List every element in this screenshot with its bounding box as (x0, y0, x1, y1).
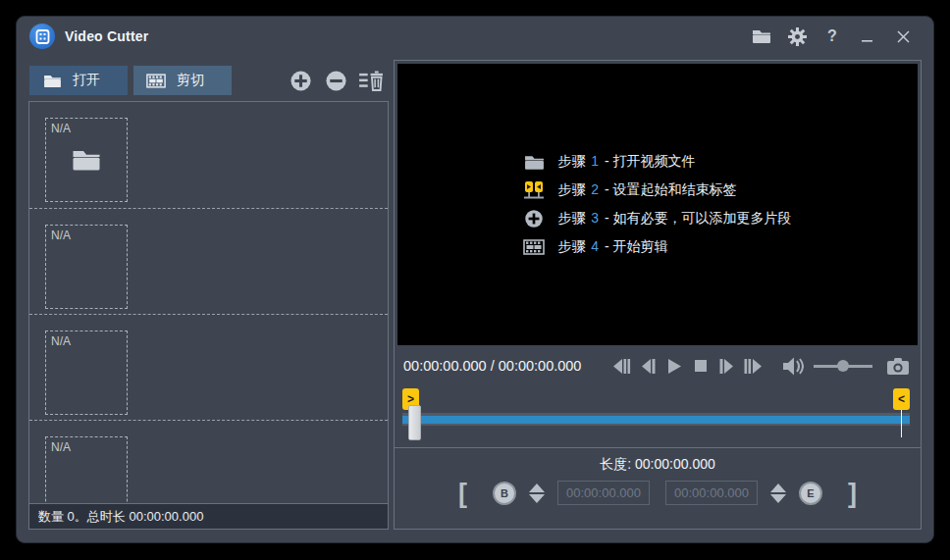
title-bar: Video Cutter ? (17, 17, 933, 56)
clip-slot-3[interactable]: N/A (29, 314, 388, 420)
end-bracket[interactable]: ] (834, 481, 871, 505)
end-time-field[interactable] (665, 481, 758, 505)
end-tag-glyph: < (898, 392, 905, 406)
start-tag-glyph: > (407, 392, 414, 406)
status-bar: 数量 0。总时长 00:00:00.000 (29, 503, 388, 529)
folder-icon (72, 148, 101, 172)
jump-back-button[interactable] (608, 354, 634, 378)
clip-thumbnail: N/A (45, 331, 128, 415)
clip-label: N/A (51, 440, 71, 454)
clip-list: N/A N/A N/A (29, 102, 388, 503)
close-button[interactable] (888, 23, 918, 50)
settings-gear-icon[interactable] (782, 23, 812, 50)
jump-forward-button[interactable] (741, 354, 766, 378)
desktop-background: Video Cutter ? (0, 0, 950, 560)
timeline[interactable]: > < (396, 386, 919, 447)
cut-button-label: 剪切 (177, 72, 204, 89)
clip-label: N/A (51, 229, 71, 242)
playhead-handle[interactable] (408, 405, 421, 440)
open-file-icon[interactable] (747, 23, 776, 50)
trim-controls: [ B E ] (445, 481, 871, 505)
end-marker-line (901, 410, 902, 437)
open-button-label: 打开 (73, 72, 100, 89)
window-title: Video Cutter (65, 28, 148, 44)
volume-slider-thumb[interactable] (837, 360, 849, 372)
film-icon (145, 71, 167, 90)
clip-slot-1[interactable]: N/A (29, 102, 388, 208)
next-frame-button[interactable] (714, 354, 740, 378)
playback-controls: 00:00:00.000 / 00:00:00.000 (395, 345, 921, 386)
remove-clip-button[interactable] (323, 68, 348, 93)
timeline-track[interactable] (402, 413, 910, 426)
begin-time-stepper[interactable] (528, 484, 546, 503)
snapshot-camera-button[interactable] (885, 354, 911, 378)
begin-time-field[interactable] (557, 481, 650, 505)
trim-footer: 长度: 00:00:00.000 [ B E ] (395, 447, 921, 529)
step-text: 步骤 2 - 设置起始和结束标签 (557, 181, 736, 199)
main-content: 打开 剪切 (17, 56, 933, 542)
step-text: 步骤 1 - 打开视频文件 (557, 153, 695, 171)
step-text: 步骤 3 - 如有必要，可以添加更多片段 (557, 210, 791, 228)
clip-list-panel: 打开 剪切 (28, 60, 389, 530)
previous-frame-button[interactable] (635, 354, 660, 378)
clip-toolbar: 打开 剪切 (28, 60, 389, 101)
volume-slider[interactable] (814, 359, 872, 373)
minimize-button[interactable] (853, 23, 882, 50)
clip-list-container: N/A N/A N/A (28, 101, 389, 530)
clip-thumbnail: N/A (45, 118, 128, 202)
help-button[interactable]: ? (818, 23, 847, 50)
volume-icon[interactable] (780, 354, 806, 378)
begin-bracket[interactable]: [ (445, 481, 481, 505)
stop-button[interactable] (688, 354, 713, 378)
preview-panel: 步骤 1 - 打开视频文件 (394, 60, 922, 530)
step-text: 步骤 4 - 开始剪辑 (557, 238, 667, 256)
step-2: 步骤 2 - 设置起始和结束标签 (523, 180, 791, 200)
add-clip-button[interactable] (288, 68, 313, 93)
end-tag-marker[interactable]: < (893, 388, 910, 410)
folder-icon (41, 71, 63, 90)
time-display: 00:00:00.000 / 00:00:00.000 (403, 358, 581, 374)
app-window: Video Cutter ? (16, 16, 934, 543)
end-time-stepper[interactable] (769, 484, 787, 503)
tags-icon (523, 180, 545, 200)
cut-button[interactable]: 剪切 (133, 66, 232, 95)
instruction-steps: 步骤 1 - 打开视频文件 (523, 152, 791, 257)
step-4: 步骤 4 - 开始剪辑 (523, 237, 791, 257)
app-logo-icon (29, 24, 55, 49)
set-end-button[interactable]: E (799, 482, 822, 505)
set-begin-button[interactable]: B (493, 482, 516, 505)
film-icon (523, 237, 545, 257)
status-text: 数量 0。总时长 00:00:00.000 (38, 508, 203, 526)
clip-thumbnail: N/A (45, 225, 128, 309)
clip-thumbnail: N/A (45, 436, 128, 503)
clip-slot-4[interactable]: N/A (29, 420, 388, 503)
plus-circle-icon (523, 209, 545, 229)
segment-length-text: 长度: 00:00:00.000 (600, 456, 715, 474)
clip-label: N/A (51, 122, 71, 135)
clip-slot-2[interactable]: N/A (29, 208, 388, 314)
open-button[interactable]: 打开 (29, 66, 128, 95)
step-3: 步骤 3 - 如有必要，可以添加更多片段 (523, 209, 791, 229)
clear-list-button[interactable] (358, 68, 384, 93)
step-1: 步骤 1 - 打开视频文件 (523, 152, 791, 172)
video-preview: 步骤 1 - 打开视频文件 (397, 64, 918, 345)
clip-label: N/A (51, 334, 71, 348)
play-button[interactable] (661, 354, 687, 378)
folder-icon (523, 152, 545, 172)
